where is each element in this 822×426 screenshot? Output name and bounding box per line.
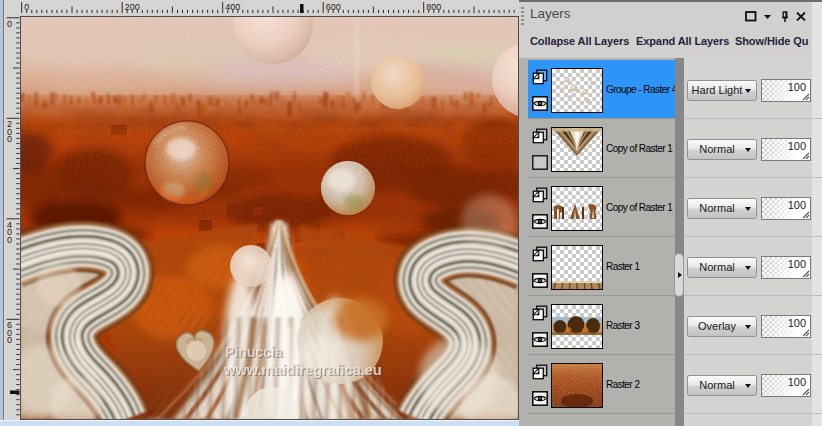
svg-text:www.maidiregrafica.eu: www.maidiregrafica.eu [223, 362, 381, 378]
svg-text:400: 400 [225, 2, 240, 12]
svg-text:200: 200 [125, 2, 140, 12]
svg-text:0: 0 [7, 19, 12, 29]
svg-text:600: 600 [326, 2, 341, 12]
svg-text:800: 800 [426, 2, 441, 12]
svg-text:0: 0 [7, 235, 12, 245]
svg-text:0: 0 [7, 335, 12, 345]
svg-text:0: 0 [24, 2, 29, 12]
svg-text:Pinuccia: Pinuccia [225, 344, 283, 360]
svg-text:0: 0 [7, 134, 12, 144]
